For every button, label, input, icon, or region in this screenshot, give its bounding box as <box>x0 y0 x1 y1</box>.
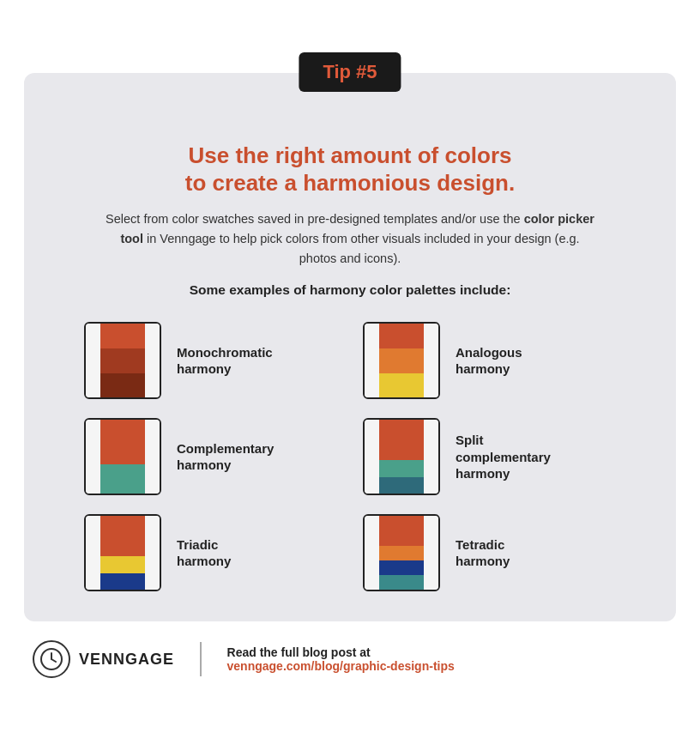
main-heading: Use the right amount of colors to create… <box>185 142 515 197</box>
subheading: Some examples of harmony color palettes … <box>190 282 511 298</box>
description: Select from color swatches saved in pre-… <box>101 209 599 270</box>
palette-item-tetradic: Tetradicharmony <box>363 514 616 591</box>
swatch-split-complementary <box>363 418 440 495</box>
palette-item-complementary: Complementaryharmony <box>84 418 337 495</box>
palette-label-monochromatic: Monochromaticharmony <box>177 344 273 378</box>
swatch-analogous <box>363 322 440 399</box>
palette-item-monochromatic: Monochromaticharmony <box>84 322 337 399</box>
swatch-complementary <box>84 418 161 495</box>
palette-item-analogous: Analogousharmony <box>363 322 616 399</box>
venngage-logo-icon <box>33 640 70 678</box>
footer: VENNGAGE Read the full blog post at venn… <box>24 640 676 678</box>
swatch-tetradic <box>363 514 440 591</box>
swatch-monochromatic <box>84 322 161 399</box>
palette-item-split-complementary: Splitcomplementaryharmony <box>363 418 616 495</box>
palette-label-complementary: Complementaryharmony <box>177 440 274 474</box>
footer-blog: Read the full blog post at venngage.com/… <box>227 645 455 673</box>
palette-item-triadic: Triadicharmony <box>84 514 337 591</box>
footer-divider <box>200 642 202 676</box>
palette-grid: Monochromaticharmony Analogousharmony <box>84 322 616 591</box>
footer-blog-title: Read the full blog post at <box>227 645 455 659</box>
palette-label-tetradic: Tetradicharmony <box>456 536 510 570</box>
tip-badge: Tip #5 <box>299 52 401 92</box>
swatch-triadic <box>84 514 161 591</box>
palette-label-analogous: Analogousharmony <box>456 344 522 378</box>
logo-area: VENNGAGE <box>33 640 174 678</box>
footer-blog-link[interactable]: venngage.com/blog/graphic-design-tips <box>227 659 455 673</box>
svg-line-2 <box>51 659 56 662</box>
logo-text: VENNGAGE <box>79 651 174 669</box>
palette-label-split-complementary: Splitcomplementaryharmony <box>456 432 551 482</box>
main-card: Tip #5 Use the right amount of colors to… <box>24 73 676 622</box>
palette-label-triadic: Triadicharmony <box>177 536 231 570</box>
